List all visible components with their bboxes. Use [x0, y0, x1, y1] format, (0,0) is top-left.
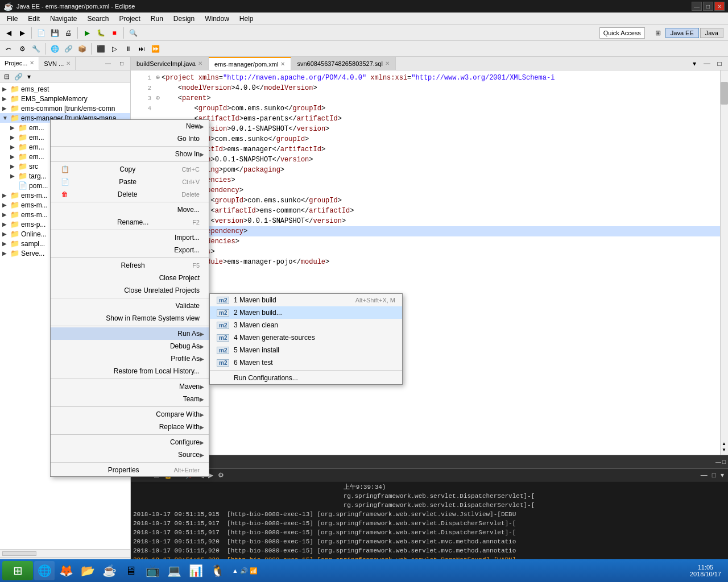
ctx-maven[interactable]: Maven — [51, 380, 209, 393]
tb2-btn1[interactable]: ⤺ — [2, 43, 15, 55]
menu-project[interactable]: Project — [114, 14, 144, 24]
ctx-rename[interactable]: Rename... F2 — [51, 216, 209, 228]
console-max[interactable]: □ — [722, 459, 726, 465]
ctx-show-in[interactable]: Show In — [51, 148, 209, 160]
tb2-btn11[interactable]: ⏩ — [149, 43, 162, 55]
toolbar-save[interactable]: 💾 — [48, 27, 61, 39]
ctx-restore-history[interactable]: Restore from Local History... — [51, 365, 209, 377]
menu-window[interactable]: Window — [200, 14, 234, 24]
taskbar-icon-5[interactable]: 🖥 — [121, 561, 141, 580]
submenu-maven-install[interactable]: m2 5 Maven install — [210, 344, 402, 356]
tree-item-ems-rest[interactable]: ▶ 📁 ems_rest — [0, 84, 130, 94]
toolbar-perspective-icon[interactable]: ⊞ — [652, 27, 664, 39]
window-controls[interactable]: — □ ✕ — [692, 2, 725, 11]
tab-buildservice-close[interactable]: ✕ — [198, 60, 202, 66]
tab-svn-close[interactable]: ✕ — [66, 60, 71, 66]
perspective-javaee[interactable]: Java EE — [665, 28, 699, 38]
toolbar-new[interactable]: 📄 — [35, 27, 47, 39]
console-output[interactable]: 上午9:39:34) rg.springframework.web.servle… — [131, 481, 728, 568]
taskbar-icon-7[interactable]: 💻 — [164, 561, 184, 580]
tab-pom[interactable]: ems-manager/pom.xml ✕ — [209, 57, 291, 70]
taskbar-icon-4[interactable]: ☕ — [99, 561, 119, 580]
console-panel-min[interactable]: — — [699, 471, 709, 479]
submenu-maven-build-1[interactable]: m2 1 Maven build Alt+Shift+X, M — [210, 294, 402, 306]
editor-scrollbar[interactable]: ▲ ▼ — [720, 70, 728, 455]
tb2-btn4[interactable]: 🌐 — [48, 43, 61, 55]
ctx-delete[interactable]: 🗑 Delete Delete — [51, 188, 209, 201]
toolbar-print[interactable]: 🖨 — [62, 27, 75, 39]
tab-sql[interactable]: svn6084563748265803527.sql ✕ — [291, 57, 395, 70]
menu-edit[interactable]: Edit — [23, 14, 44, 24]
maximize-button[interactable]: □ — [703, 2, 713, 11]
tb2-btn5[interactable]: 🔗 — [62, 43, 75, 55]
minimize-button[interactable]: — — [692, 2, 702, 11]
toolbar-debug[interactable]: 🐛 — [94, 27, 107, 39]
toolbar-run[interactable]: ▶ — [81, 27, 93, 39]
panel-hscroll[interactable] — [2, 551, 36, 556]
ctx-configure[interactable]: Configure — [51, 436, 209, 448]
ctx-go-into[interactable]: Go Into — [51, 132, 209, 145]
menu-navigate[interactable]: Navigate — [46, 14, 81, 24]
panel-minimize[interactable]: — — [102, 57, 114, 70]
ctx-import[interactable]: Import... — [51, 231, 209, 244]
perspective-java[interactable]: Java — [700, 28, 723, 38]
toolbar-stop[interactable]: ■ — [108, 27, 121, 39]
submenu-run-configs[interactable]: Run Configurations... — [210, 372, 402, 384]
ctx-debug-as[interactable]: Debug As — [51, 340, 209, 352]
editor-tabs-max[interactable]: □ — [713, 57, 726, 70]
submenu-maven-build-2[interactable]: m2 2 Maven build... — [210, 306, 402, 319]
menu-search[interactable]: Search — [82, 14, 113, 24]
tb2-btn10[interactable]: ⏭ — [135, 43, 148, 55]
start-button[interactable]: ⊞ — [2, 561, 33, 580]
pt-link[interactable]: 🔗 — [13, 73, 24, 81]
ctx-refresh[interactable]: Refresh F5 — [51, 259, 209, 272]
toolbar-forward[interactable]: ▶ — [16, 27, 28, 39]
taskbar-icon-1[interactable]: 🌐 — [34, 561, 55, 580]
tb2-btn9[interactable]: ⏸ — [122, 43, 134, 55]
tab-svn[interactable]: SVN ... ✕ — [39, 57, 76, 70]
menu-help[interactable]: Help — [235, 14, 258, 24]
menu-run[interactable]: Run — [146, 14, 168, 24]
menu-file[interactable]: File — [2, 14, 22, 24]
submenu-maven-gen[interactable]: m2 4 Maven generate-sources — [210, 331, 402, 344]
taskbar-icon-2[interactable]: 🦊 — [56, 561, 76, 580]
ctx-move[interactable]: Move... — [51, 203, 209, 216]
console-min[interactable]: — — [715, 459, 721, 465]
tab-project-close[interactable]: ✕ — [30, 60, 34, 66]
pt-menu[interactable]: ▾ — [26, 73, 32, 81]
taskbar-clock[interactable]: 11:05 2018/10/17 — [690, 564, 726, 577]
ctx-paste[interactable]: 📄 Paste Ctrl+V — [51, 176, 209, 188]
tree-item-ems-sample[interactable]: ▶ 📁 EMS_SampleMemory — [0, 94, 130, 103]
scroll-down[interactable]: ▼ — [721, 447, 727, 452]
ctx-compare-with[interactable]: Compare With — [51, 408, 209, 421]
scroll-thumb[interactable] — [721, 82, 728, 105]
ctx-close-project[interactable]: Close Project — [51, 272, 209, 284]
ctx-close-unrelated[interactable]: Close Unrelated Projects — [51, 284, 209, 297]
taskbar-icon-3[interactable]: 📂 — [77, 561, 98, 580]
ctx-new[interactable]: New — [51, 120, 209, 132]
ctx-team[interactable]: Team — [51, 393, 209, 405]
tb2-btn6[interactable]: 📦 — [76, 43, 88, 55]
tb2-btn2[interactable]: ⚙ — [16, 43, 28, 55]
toolbar-search[interactable]: 🔍 — [127, 27, 139, 39]
panel-scrollbar[interactable] — [0, 549, 130, 557]
tab-pom-close[interactable]: ✕ — [280, 61, 285, 67]
taskbar-icon-8[interactable]: 📊 — [185, 561, 206, 580]
taskbar-icon-9[interactable]: 🐧 — [207, 561, 228, 580]
ctx-run-as[interactable]: Run As — [51, 327, 209, 340]
ctx-validate[interactable]: Validate — [51, 300, 209, 312]
pt-collapse[interactable]: ⊟ — [2, 73, 11, 81]
quick-access[interactable]: Quick Access — [599, 27, 645, 39]
tree-item-ems-common[interactable]: ▶ 📁 ems-common [trunk/ems-comn — [0, 103, 130, 113]
console-panel-menu[interactable]: ▾ — [719, 471, 726, 479]
ctx-show-remote[interactable]: Show in Remote Systems view — [51, 312, 209, 325]
menu-design[interactable]: Design — [169, 14, 199, 24]
ctx-source[interactable]: Source — [51, 448, 209, 461]
ctx-properties[interactable]: Properties Alt+Enter — [51, 464, 209, 476]
tb2-btn7[interactable]: ⬛ — [94, 43, 107, 55]
editor-tabs-menu[interactable]: ▾ — [688, 57, 701, 70]
close-button[interactable]: ✕ — [714, 2, 725, 11]
console-settings[interactable]: ⚙ — [216, 471, 226, 479]
tab-sql-close[interactable]: ✕ — [385, 60, 390, 66]
taskbar-icon-6[interactable]: 📺 — [142, 561, 163, 580]
